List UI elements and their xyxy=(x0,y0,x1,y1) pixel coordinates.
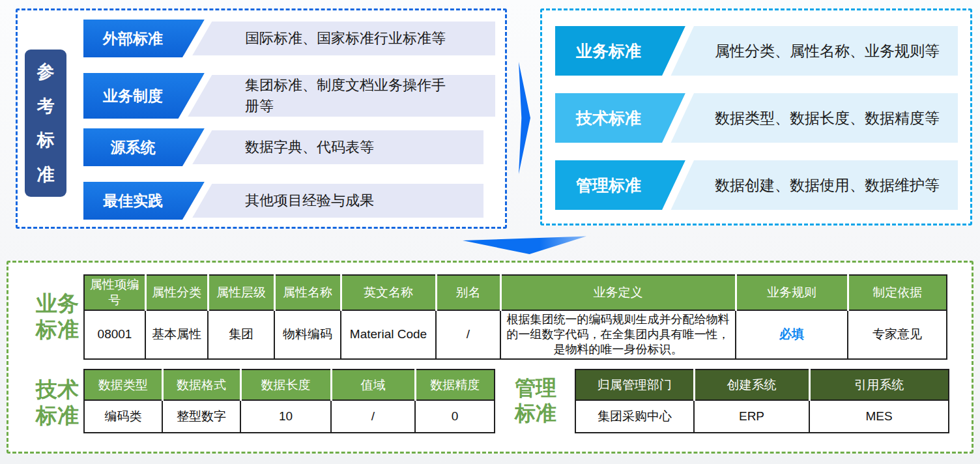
row-tag-label: 管理标准 xyxy=(576,175,641,196)
column-header: 数据长度 xyxy=(240,370,331,400)
column-header: 业务定义 xyxy=(500,275,736,310)
column-header: 创建系统 xyxy=(694,370,809,400)
cell-business-definition: 根据集团统一的编码规则生成并分配给物料的一组数字代码，在全集团内具有唯一性，是物… xyxy=(500,310,736,359)
cell-referencing-system: MES xyxy=(809,400,949,433)
technical-standard-table: 数据类型 数据格式 数据长度 值域 数据精度 编码类 整型数字 10 / 0 xyxy=(83,369,495,433)
cell-alias: / xyxy=(436,310,500,359)
cell-data-precision: 0 xyxy=(415,400,495,433)
column-header: 英文名称 xyxy=(341,275,436,310)
row-tag-label: 最佳实践 xyxy=(103,191,163,211)
row-tag-label: 业务标准 xyxy=(576,40,641,62)
column-header: 属性层级 xyxy=(208,275,274,310)
row-description: 国际标准、国家标准行业标准等 xyxy=(245,20,446,57)
column-header: 属性名称 xyxy=(274,275,341,310)
reference-row-source-system: 源系统 数据字典、代码表等 xyxy=(83,128,483,166)
cell-attribute-category: 基本属性 xyxy=(145,310,208,359)
section-label-line: 标准 xyxy=(25,403,90,429)
technical-standard-section-label: 技术 标准 xyxy=(25,377,90,429)
cell-data-length: 10 xyxy=(240,400,331,433)
section-label-line: 标准 xyxy=(510,401,562,426)
row-description: 属性分类、属性名称、业务规则等 xyxy=(715,26,940,76)
row-tag-label: 技术标准 xyxy=(576,108,641,129)
table-row: 集团采购中心 ERP MES xyxy=(575,400,949,433)
table-row: 编码类 整型数字 10 / 0 xyxy=(84,400,495,433)
cell-business-rule: 必填 xyxy=(736,310,848,359)
column-header: 别名 xyxy=(436,275,500,310)
column-header: 引用系统 xyxy=(809,370,949,400)
row-description: 集团标准、制度文档业务操作手册等 xyxy=(245,73,452,119)
business-standard-table: 属性项编号 属性分类 属性层级 属性名称 英文名称 别名 业务定义 业务规则 制… xyxy=(83,274,947,360)
management-standard-table: 归属管理部门 创建系统 引用系统 集团采购中心 ERP MES xyxy=(575,369,949,433)
column-header: 数据格式 xyxy=(162,370,240,400)
cell-english-name: Material Code xyxy=(341,310,436,359)
row-description: 数据类型、数据长度、数据精度等 xyxy=(715,93,940,143)
right-arrow-icon xyxy=(519,62,530,174)
section-label-line: 业务 xyxy=(25,291,90,317)
cell-attribute-id: 08001 xyxy=(84,310,145,359)
table-row: 08001 基本属性 集团 物料编码 Material Code / 根据集团统… xyxy=(84,310,947,359)
cell-basis: 专家意见 xyxy=(848,310,947,359)
column-header: 数据类型 xyxy=(84,370,162,400)
column-header: 业务规则 xyxy=(736,275,848,310)
row-tag-label: 外部标准 xyxy=(103,29,163,49)
row-description: 数据字典、代码表等 xyxy=(245,128,374,166)
reference-row-business-policy: 业务制度 集团标准、制度文档业务操作手册等 xyxy=(83,73,495,119)
cell-data-type: 编码类 xyxy=(84,400,162,433)
category-row-technical-standard: 技术标准 数据类型、数据长度、数据精度等 xyxy=(555,93,958,143)
column-header: 归属管理部门 xyxy=(575,370,694,400)
cell-value-range: / xyxy=(331,400,415,433)
cell-attribute-name: 物料编码 xyxy=(274,310,341,359)
column-header: 值域 xyxy=(331,370,415,400)
row-tag-label: 业务制度 xyxy=(103,86,163,106)
reference-row-external-standards: 外部标准 国际标准、国家标准行业标准等 xyxy=(83,20,495,57)
side-label-char: 参 xyxy=(37,60,55,83)
category-row-business-standard: 业务标准 属性分类、属性名称、业务规则等 xyxy=(555,26,958,76)
column-header: 属性项编号 xyxy=(84,275,145,310)
column-header: 制定依据 xyxy=(848,275,947,310)
data-standards-diagram: 参 考 标 准 外部标准 国际标准、国家标准行业标准等 业务制度 集团标准、制度… xyxy=(0,0,980,464)
cell-data-format: 整型数字 xyxy=(162,400,240,433)
row-tag-label: 源系统 xyxy=(111,138,156,158)
business-standard-section-label: 业务 标准 xyxy=(25,291,90,343)
column-header: 属性分类 xyxy=(145,275,208,310)
management-standard-section-label: 管理 标准 xyxy=(510,375,562,426)
down-arrow-icon xyxy=(463,236,586,254)
cell-creating-system: ERP xyxy=(694,400,809,433)
row-description: 其他项目经验与成果 xyxy=(245,182,374,220)
section-label-line: 技术 xyxy=(25,377,90,403)
section-label-line: 标准 xyxy=(25,317,90,343)
cell-owning-department: 集团采购中心 xyxy=(575,400,694,433)
reference-standards-side-label: 参 考 标 准 xyxy=(25,50,66,197)
side-label-char: 准 xyxy=(37,163,55,186)
side-label-char: 考 xyxy=(37,94,55,118)
column-header: 数据精度 xyxy=(415,370,495,400)
row-description: 数据创建、数据使用、数据维护等 xyxy=(715,160,940,210)
cell-attribute-level: 集团 xyxy=(208,310,274,359)
side-label-char: 标 xyxy=(37,128,55,152)
section-label-line: 管理 xyxy=(510,375,562,401)
reference-row-best-practice: 最佳实践 其他项目经验与成果 xyxy=(83,182,483,220)
category-row-management-standard: 管理标准 数据创建、数据使用、数据维护等 xyxy=(555,160,958,210)
